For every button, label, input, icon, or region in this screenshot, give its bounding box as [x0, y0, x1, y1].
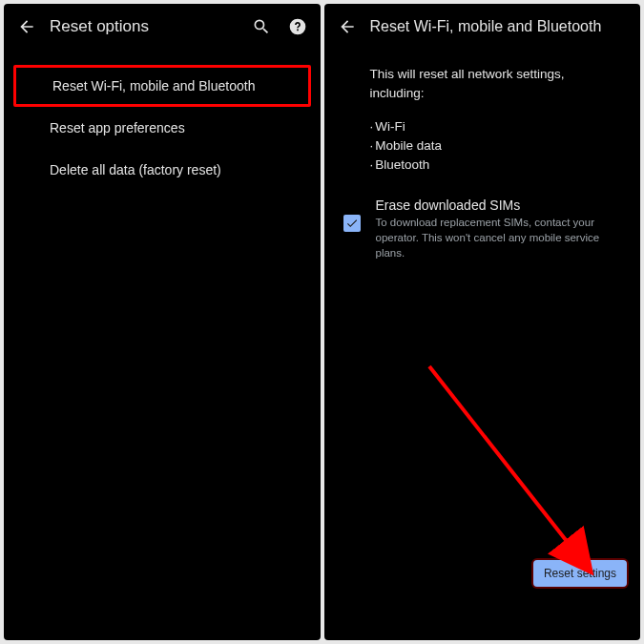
back-icon[interactable] [338, 17, 357, 36]
option-reset-app-prefs[interactable]: Reset app preferences [4, 107, 321, 149]
bullet-mobile: Mobile data [370, 136, 622, 156]
checkbox-desc: To download replacement SIMs, contact yo… [376, 215, 622, 260]
page-title: Reset options [50, 17, 239, 36]
bullet-list: Wi-Fi Mobile data Bluetooth [370, 117, 622, 176]
header: Reset options [4, 4, 321, 48]
help-icon[interactable] [288, 17, 307, 36]
checkbox-title: Erase downloaded SIMs [376, 197, 622, 213]
checkbox-icon[interactable] [343, 215, 361, 232]
screen-reset-network: Reset Wi-Fi, mobile and Bluetooth This w… [324, 4, 641, 640]
content-intro: This will reset all network settings, in… [324, 48, 641, 175]
options-list: Reset Wi-Fi, mobile and Bluetooth Reset … [4, 48, 321, 191]
reset-settings-button[interactable]: Reset settings [533, 560, 627, 587]
header-actions [252, 17, 307, 36]
option-factory-reset[interactable]: Delete all data (factory reset) [4, 149, 321, 191]
search-icon[interactable] [252, 17, 271, 36]
bullet-wifi: Wi-Fi [370, 117, 622, 136]
screen-reset-options: Reset options Reset Wi-Fi, mobile and Bl… [4, 4, 321, 640]
option-reset-network[interactable]: Reset Wi-Fi, mobile and Bluetooth [13, 65, 311, 107]
header: Reset Wi-Fi, mobile and Bluetooth [324, 4, 641, 48]
page-title: Reset Wi-Fi, mobile and Bluetooth [370, 18, 628, 35]
svg-line-1 [429, 366, 587, 567]
bullet-bluetooth: Bluetooth [370, 156, 622, 175]
erase-sims-row[interactable]: Erase downloaded SIMs To download replac… [324, 175, 641, 260]
back-icon[interactable] [17, 17, 36, 36]
checkbox-label: Erase downloaded SIMs To download replac… [376, 197, 622, 260]
intro-text: This will reset all network settings, in… [370, 65, 622, 104]
